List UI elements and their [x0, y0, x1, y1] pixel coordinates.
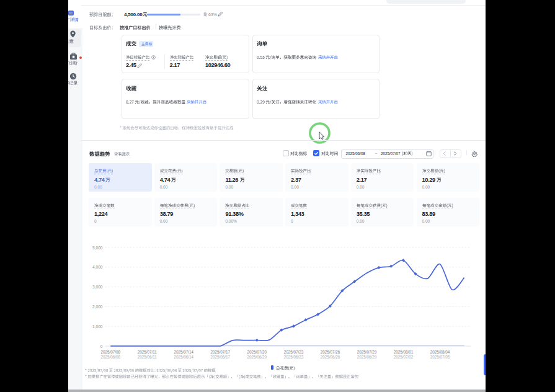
svg-text:2025/07/20: 2025/07/20: [247, 350, 267, 354]
svg-text:2025/06/08: 2025/06/08: [101, 355, 121, 359]
svg-text:2025/06/26: 2025/06/26: [321, 355, 340, 359]
svg-text:2025/08/01: 2025/08/01: [394, 350, 414, 354]
svg-text:2025/06/20: 2025/06/20: [247, 355, 267, 359]
svg-text:2025/06/29: 2025/06/29: [357, 355, 377, 359]
svg-text:2025/07/26: 2025/07/26: [321, 350, 340, 354]
svg-text:2025/07/29: 2025/07/29: [357, 350, 377, 354]
svg-text:2025/07/08: 2025/07/08: [101, 350, 121, 354]
svg-text:4,000: 4,000: [92, 265, 103, 269]
svg-text:2025/06/23: 2025/06/23: [284, 355, 304, 359]
svg-text:1,000: 1,000: [92, 324, 103, 329]
svg-text:2025/07/14: 2025/07/14: [174, 350, 194, 354]
svg-text:2025/07/23: 2025/07/23: [284, 350, 304, 354]
svg-text:2025/07/02: 2025/07/02: [394, 355, 414, 359]
svg-text:3,000: 3,000: [92, 285, 103, 289]
svg-text:2025/07/11: 2025/07/11: [138, 350, 158, 354]
svg-text:2,000: 2,000: [92, 305, 103, 309]
svg-text:2025/06/17: 2025/06/17: [211, 355, 231, 359]
svg-text:2025/06/11: 2025/06/11: [138, 355, 158, 359]
svg-text:2025/07/17: 2025/07/17: [211, 350, 231, 354]
svg-text:5,000: 5,000: [92, 246, 103, 250]
svg-text:0: 0: [100, 344, 103, 349]
svg-text:2025/06/14: 2025/06/14: [174, 355, 194, 359]
svg-text:2025/08/04: 2025/08/04: [430, 350, 450, 354]
svg-text:2025/07/05: 2025/07/05: [430, 355, 450, 359]
